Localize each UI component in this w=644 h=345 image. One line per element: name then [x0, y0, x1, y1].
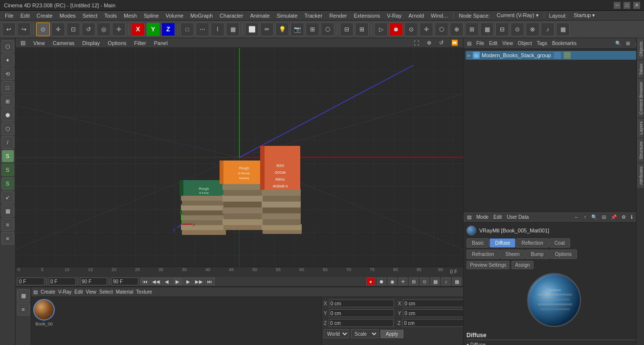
- frame-end1-input[interactable]: [80, 277, 107, 285]
- toolbar-extra3[interactable]: ⊕: [450, 23, 464, 36]
- x-size-input[interactable]: [403, 299, 468, 307]
- mat-tb-icon[interactable]: ▤: [33, 289, 38, 295]
- key-btn2[interactable]: ✛: [399, 277, 407, 285]
- toolbar-extra7[interactable]: ⊙: [511, 23, 524, 36]
- ls-btn-S2[interactable]: S: [1, 163, 14, 176]
- attr-nav-up[interactable]: ↑: [582, 214, 588, 220]
- cube-button[interactable]: ⬜: [245, 23, 259, 36]
- menu-file[interactable]: File: [2, 12, 17, 20]
- menu-arnold[interactable]: Arnold: [405, 12, 427, 20]
- vp-menu-options[interactable]: Options: [106, 40, 128, 46]
- toolbar-extra8[interactable]: ⊗: [526, 23, 539, 36]
- ls-btn-6[interactable]: ⬢: [1, 109, 14, 121]
- menu-nodespace-val[interactable]: Current (V-Ray) ▾: [494, 11, 542, 20]
- mograph-button[interactable]: ⬡: [321, 23, 334, 36]
- render-active-button[interactable]: ⏺: [389, 23, 403, 36]
- menu-select[interactable]: Select: [80, 12, 101, 20]
- key-btn3[interactable]: ⊞: [409, 277, 418, 285]
- maximize-button[interactable]: □: [623, 2, 630, 9]
- tab-basic[interactable]: Basic: [466, 238, 489, 248]
- goto-end-button[interactable]: ⏭: [205, 277, 215, 285]
- vp-icon1[interactable]: ⛶: [412, 40, 421, 46]
- toolbar-extra10[interactable]: ▦: [556, 23, 570, 36]
- camera-button[interactable]: 📷: [290, 23, 304, 36]
- z-pos-input[interactable]: [329, 319, 394, 327]
- assign-btn[interactable]: Assign: [511, 261, 533, 269]
- obj-tb-object[interactable]: Object: [516, 40, 533, 46]
- ls-btn-4[interactable]: □: [1, 81, 14, 94]
- mat-tb-texture[interactable]: Texture: [136, 289, 152, 295]
- redo-button[interactable]: ↪: [17, 23, 31, 36]
- poly-mode-button[interactable]: ▦: [226, 23, 240, 36]
- obj-tb-file[interactable]: File: [475, 40, 486, 46]
- prev-key-button[interactable]: ◀◀: [151, 277, 161, 285]
- tab-objects[interactable]: Objects: [637, 38, 644, 60]
- attr-tb-userdata[interactable]: User Data: [505, 214, 530, 220]
- mat-sb-2[interactable]: ≡: [17, 303, 30, 316]
- menu-character[interactable]: Character: [217, 12, 246, 20]
- ls-btn-7[interactable]: ⬡: [1, 122, 14, 135]
- obj-mode-button[interactable]: □: [180, 23, 194, 36]
- minimize-button[interactable]: ─: [614, 2, 621, 9]
- mat-tb-select[interactable]: Select: [99, 289, 113, 295]
- select-tool-button[interactable]: ⊙: [36, 23, 50, 36]
- y-axis-button[interactable]: Y: [146, 23, 160, 36]
- menu-edit[interactable]: Edit: [18, 12, 33, 20]
- record-button[interactable]: ●: [366, 277, 375, 285]
- ls-btn-grid[interactable]: ▦: [1, 205, 14, 217]
- attr-tb-mode[interactable]: Mode: [475, 214, 490, 220]
- scale-tool-button[interactable]: ⊡: [67, 23, 80, 36]
- audio-btn[interactable]: ♪: [442, 277, 450, 285]
- menu-tracker[interactable]: Tracker: [302, 12, 326, 20]
- tool5-button[interactable]: ◎: [97, 23, 111, 36]
- attr-gear[interactable]: ⚙: [620, 214, 627, 220]
- y-pos-input[interactable]: [329, 309, 394, 317]
- play-button[interactable]: ▶: [173, 277, 182, 285]
- tab-options[interactable]: Options: [550, 250, 577, 259]
- tab-content-browser[interactable]: Content Browser: [637, 78, 644, 118]
- ls-btn-2[interactable]: ✦: [1, 54, 14, 67]
- attr-tb-edit[interactable]: Edit: [492, 214, 503, 220]
- coord-system-dropdown[interactable]: World Local: [324, 329, 349, 338]
- mat-item-book00[interactable]: Book_00: [33, 299, 55, 326]
- close-button[interactable]: ✕: [633, 2, 640, 9]
- vp-icon2[interactable]: ⊕: [425, 40, 433, 46]
- obj-search-icon[interactable]: 🔍: [614, 40, 622, 46]
- step-back-button[interactable]: ◀: [162, 277, 172, 285]
- tab-reflection[interactable]: Reflection: [516, 238, 548, 248]
- x-pos-input[interactable]: [329, 299, 394, 307]
- obj-expand-icon[interactable]: ▶: [467, 53, 471, 58]
- ls-btn-S3[interactable]: S: [1, 177, 14, 190]
- tab-coat[interactable]: Coat: [549, 238, 570, 248]
- obj-tb-icon[interactable]: ▤: [466, 40, 473, 46]
- menu-mesh[interactable]: Mesh: [121, 12, 140, 20]
- preview-settings-btn[interactable]: Preview Settings: [466, 261, 510, 269]
- obj-tb-tags[interactable]: Tags: [535, 40, 549, 46]
- ls-btn-1[interactable]: ⬡: [1, 40, 14, 53]
- light-button[interactable]: 💡: [275, 23, 289, 36]
- menu-mograph[interactable]: MoGraph: [187, 12, 216, 20]
- tab-sheen[interactable]: Sheen: [500, 250, 525, 259]
- toolbar-extra6[interactable]: ⊟: [495, 23, 509, 36]
- vp-icon3[interactable]: ↺: [437, 40, 445, 46]
- deformer-button[interactable]: ⊞: [306, 23, 319, 36]
- frame-start-input[interactable]: [18, 277, 44, 285]
- menu-layout-val[interactable]: Startup ▾: [571, 11, 599, 20]
- render-settings-button[interactable]: ⊙: [404, 23, 418, 36]
- ls-btn-S1[interactable]: S: [1, 150, 14, 162]
- viewport-canvas[interactable]: Perspective Default Camera ✱° Grid Spaci…: [16, 48, 463, 267]
- timeline-ruler[interactable]: 0 5 10 15 20 25 30 35 40 45 50 55 60 65: [16, 267, 463, 277]
- tab-bump[interactable]: Bump: [526, 250, 549, 259]
- mat-tb-edit[interactable]: Edit: [74, 289, 83, 295]
- tab-takes[interactable]: Takes: [637, 60, 644, 79]
- ls-btn-5[interactable]: ⊞: [1, 95, 14, 108]
- menu-modes[interactable]: Modes: [57, 12, 79, 20]
- ls-btn-8[interactable]: /: [1, 136, 14, 149]
- attr-filter[interactable]: ⊟: [600, 214, 607, 220]
- vp-menu-view[interactable]: View: [31, 40, 47, 46]
- menu-extensions[interactable]: Extensions: [351, 12, 383, 20]
- menu-tools[interactable]: Tools: [101, 12, 120, 20]
- tool6-button[interactable]: ✛: [112, 23, 126, 36]
- x-axis-button[interactable]: X: [131, 23, 145, 36]
- obj-tb-edit[interactable]: Edit: [488, 40, 499, 46]
